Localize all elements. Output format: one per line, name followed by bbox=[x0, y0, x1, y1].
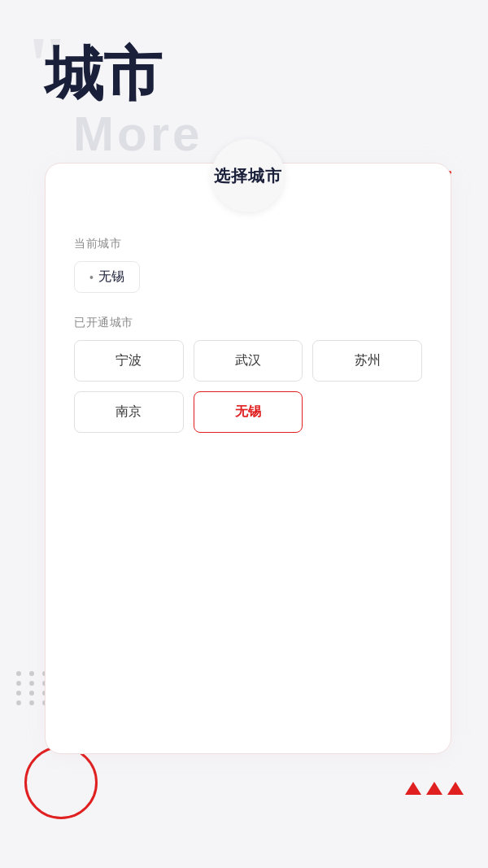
circle-decoration bbox=[24, 746, 98, 819]
city-grid-row2: 南京 无锡 bbox=[74, 391, 422, 433]
city-selection-card: 选择城市 当前城市 • 无锡 已开通城市 宁波 武汉 苏州 南京 无锡 bbox=[45, 163, 451, 754]
header-circle: 选择城市 bbox=[211, 139, 285, 212]
location-icon: • bbox=[89, 271, 94, 284]
city-button-wuxi[interactable]: 无锡 bbox=[194, 391, 303, 433]
triangle-1 bbox=[405, 782, 421, 795]
available-cities-label: 已开通城市 bbox=[74, 316, 422, 330]
card-title: 选择城市 bbox=[214, 165, 282, 187]
background-city-title: 城市 bbox=[45, 45, 162, 103]
city-placeholder bbox=[312, 391, 422, 433]
city-button-ningbo[interactable]: 宁波 bbox=[74, 340, 184, 382]
current-city-name: 无锡 bbox=[98, 268, 124, 286]
triangle-3 bbox=[447, 782, 464, 795]
city-grid-row1: 宁波 武汉 苏州 bbox=[74, 340, 422, 382]
current-city-box: • 无锡 bbox=[74, 261, 140, 293]
city-button-suzhou[interactable]: 苏州 bbox=[312, 340, 422, 382]
triangles-decoration bbox=[405, 782, 464, 795]
card-header: 选择城市 bbox=[74, 139, 422, 212]
city-button-nanjing[interactable]: 南京 bbox=[74, 391, 184, 433]
current-city-label: 当前城市 bbox=[74, 237, 422, 251]
triangle-2 bbox=[426, 782, 442, 795]
city-button-wuhan[interactable]: 武汉 bbox=[194, 340, 303, 382]
